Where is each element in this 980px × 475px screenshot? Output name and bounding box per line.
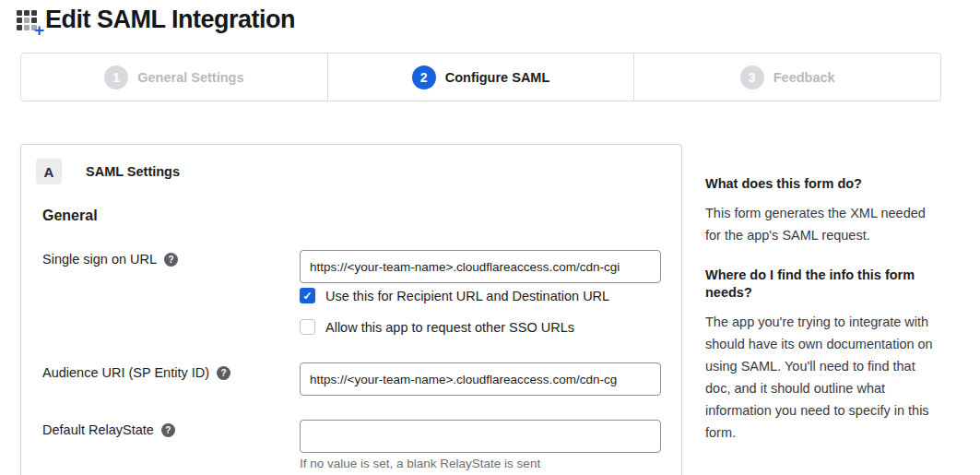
help-icon[interactable]: ? [164, 253, 178, 267]
checkbox-checked-icon[interactable]: ✓ [300, 288, 315, 303]
help-q1-body: This form generates the XML needed for t… [705, 202, 938, 246]
grid-add-icon: + [15, 6, 42, 34]
relay-state-hint: If no value is set, a blank RelayState i… [300, 457, 540, 470]
help-q1-heading: What does this form do? [705, 175, 938, 193]
section-header: A SAML Settings [36, 159, 180, 184]
checkbox-unchecked-icon[interactable] [300, 319, 315, 335]
step-1-circle: 1 [104, 65, 128, 89]
sso-url-label-text: Single sign on URL [42, 252, 157, 267]
help-sidebar: What does this form do? This form genera… [705, 175, 938, 444]
section-badge: A [36, 159, 62, 184]
edit-saml-integration-page: + Edit SAML Integration 1 General Settin… [0, 0, 980, 475]
help-q2-heading: Where do I find the info this form needs… [705, 267, 938, 302]
step-3-circle: 3 [740, 65, 764, 89]
other-sso-urls-checkbox-label: Allow this app to request other SSO URLs [325, 320, 574, 335]
recipient-url-checkbox-label: Use this for Recipient URL and Destinati… [325, 289, 609, 303]
step-3-label: Feedback [773, 70, 835, 85]
step-2-circle: 2 [412, 65, 436, 89]
plus-glyph: + [34, 23, 44, 38]
audience-uri-input[interactable] [300, 362, 661, 396]
audience-uri-label-text: Audience URI (SP Entity ID) [42, 365, 209, 380]
step-general-settings[interactable]: 1 General Settings [21, 53, 327, 101]
help-q2-body: The app you're trying to integrate with … [705, 311, 938, 444]
step-1-label: General Settings [137, 70, 243, 85]
step-configure-saml[interactable]: 2 Configure SAML [327, 53, 634, 101]
help-icon[interactable]: ? [161, 423, 175, 437]
section-title: SAML Settings [86, 164, 180, 179]
relay-state-input[interactable] [300, 420, 661, 453]
saml-settings-panel: A SAML Settings General Single sign on U… [20, 144, 682, 475]
page-title: Edit SAML Integration [45, 6, 295, 34]
audience-uri-label: Audience URI (SP Entity ID) ? [42, 365, 230, 380]
sso-url-input[interactable] [300, 250, 661, 283]
sso-url-label: Single sign on URL ? [42, 252, 178, 267]
step-2-label: Configure SAML [445, 70, 550, 85]
relay-state-label-text: Default RelayState [42, 422, 154, 437]
group-heading-general: General [42, 208, 98, 224]
recipient-url-checkbox-row[interactable]: ✓ Use this for Recipient URL and Destina… [300, 288, 609, 303]
other-sso-urls-checkbox-row[interactable]: Allow this app to request other SSO URLs [300, 319, 574, 335]
step-feedback[interactable]: 3 Feedback [633, 53, 940, 101]
page-header: + Edit SAML Integration [15, 6, 295, 34]
wizard-steps: 1 General Settings 2 Configure SAML 3 Fe… [20, 53, 941, 101]
relay-state-label: Default RelayState ? [42, 422, 175, 437]
help-icon[interactable]: ? [217, 366, 230, 380]
